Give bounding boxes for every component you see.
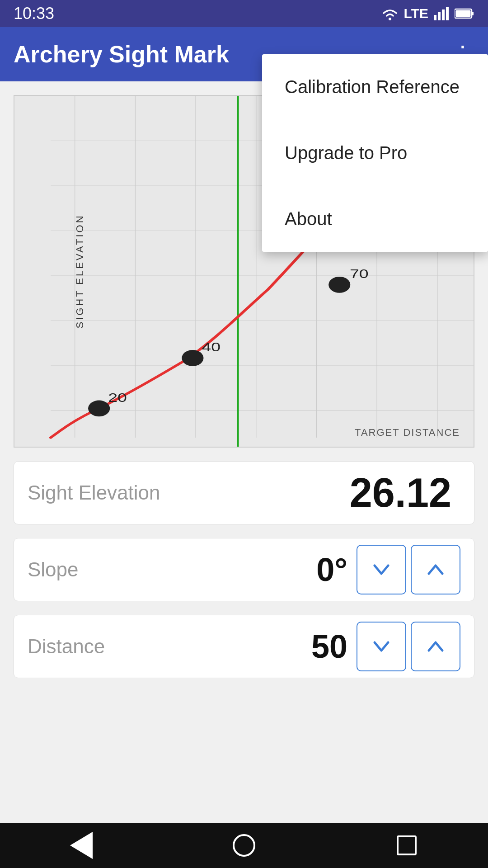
svg-point-27 — [328, 277, 350, 293]
slope-label: Slope — [28, 558, 316, 581]
battery-icon — [455, 8, 474, 19]
menu-item-upgrade-to-pro[interactable]: Upgrade to Pro — [262, 120, 488, 186]
svg-rect-3 — [442, 9, 445, 20]
sight-elevation-label: Sight Elevation — [28, 481, 350, 504]
controls-area: Sight Elevation 26.12 Slope 0° Distance … — [0, 461, 488, 678]
sight-elevation-value: 26.12 — [350, 470, 451, 516]
lte-text: LTE — [404, 6, 428, 21]
svg-rect-2 — [438, 12, 441, 20]
recent-apps-button[interactable] — [391, 830, 422, 861]
status-icons: LTE — [381, 6, 474, 21]
svg-point-23 — [88, 401, 110, 417]
slope-value: 0° — [316, 551, 347, 588]
svg-text:20: 20 — [108, 390, 127, 404]
home-button[interactable] — [228, 830, 260, 861]
dropdown-menu: Calibration Reference Upgrade to Pro Abo… — [262, 54, 488, 252]
menu-item-about[interactable]: About — [262, 186, 488, 252]
back-icon — [70, 832, 93, 859]
svg-rect-6 — [472, 12, 474, 15]
status-bar: 10:33 LTE — [0, 0, 488, 27]
distance-value: 50 — [311, 628, 347, 665]
chevron-down-icon — [370, 635, 393, 658]
signal-icon — [434, 7, 449, 20]
sight-elevation-card: Sight Elevation 26.12 — [14, 461, 474, 524]
back-button[interactable] — [66, 830, 97, 861]
chevron-down-icon — [370, 558, 393, 581]
svg-text:40: 40 — [202, 340, 221, 354]
chevron-up-icon — [424, 558, 447, 581]
slope-increase-button[interactable] — [411, 545, 460, 594]
svg-rect-1 — [434, 15, 436, 20]
bottom-nav — [0, 823, 488, 868]
distance-card: Distance 50 — [14, 615, 474, 678]
svg-point-25 — [182, 350, 203, 366]
status-time: 10:33 — [14, 4, 54, 23]
slope-card: Slope 0° — [14, 538, 474, 601]
distance-increase-button[interactable] — [411, 622, 460, 671]
svg-rect-7 — [456, 10, 471, 17]
home-icon — [233, 834, 255, 857]
svg-point-0 — [389, 18, 391, 20]
slope-btn-group — [357, 545, 460, 594]
distance-decrease-button[interactable] — [357, 622, 406, 671]
wifi-icon — [381, 7, 399, 20]
distance-label: Distance — [28, 635, 311, 658]
slope-decrease-button[interactable] — [357, 545, 406, 594]
menu-item-calibration-reference[interactable]: Calibration Reference — [262, 54, 488, 120]
recent-apps-icon — [397, 835, 417, 855]
svg-text:70: 70 — [350, 267, 369, 281]
chevron-up-icon — [424, 635, 447, 658]
distance-btn-group — [357, 622, 460, 671]
svg-rect-4 — [446, 7, 449, 20]
